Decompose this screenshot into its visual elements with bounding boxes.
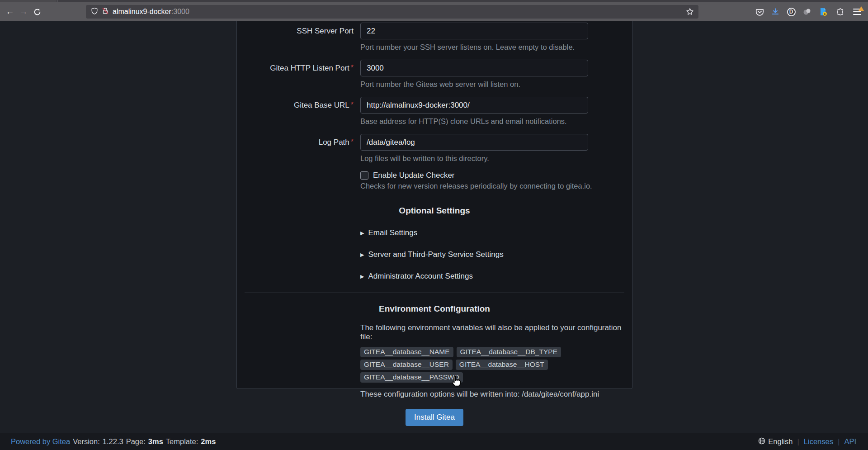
- ssh-port-label: SSH Server Port: [237, 27, 354, 36]
- url-port-text: :3000: [171, 8, 189, 16]
- env-var-badge: GITEA__database__HOST: [456, 360, 548, 370]
- language-label: English: [768, 437, 793, 446]
- base-url-input[interactable]: [360, 97, 588, 114]
- collapsible-server-settings[interactable]: ▶ Server and Third-Party Service Setting…: [360, 250, 632, 259]
- collapse-arrow-icon: ▶: [360, 274, 364, 279]
- optional-settings-heading: Optional Settings: [237, 206, 632, 216]
- update-checker-label[interactable]: Enable Update Checker: [373, 171, 455, 180]
- reload-icon: [33, 8, 41, 16]
- globe-icon: [758, 437, 765, 446]
- url-bar[interactable]: almalinux9-docker:3000: [86, 5, 698, 19]
- site-footer: Powered by Gitea Version: 1.22.3 Page: 3…: [0, 433, 868, 450]
- required-asterisk: *: [351, 138, 354, 146]
- environment-config-intro: The following environment variables will…: [360, 323, 632, 341]
- env-var-badge: GITEA__database__USER: [360, 360, 453, 370]
- extension-d-icon[interactable]: D: [784, 5, 798, 19]
- update-available-badge: [859, 6, 864, 11]
- back-icon: ←: [6, 7, 14, 17]
- api-link[interactable]: API: [844, 437, 856, 446]
- pocket-icon[interactable]: [753, 5, 766, 19]
- bookmark-star-icon[interactable]: [686, 8, 698, 16]
- collapsible-email-settings[interactable]: ▶ Email Settings: [360, 228, 632, 237]
- collapse-arrow-icon: ▶: [360, 230, 364, 236]
- extension-doc-download-icon[interactable]: [816, 5, 830, 19]
- http-port-label: Gitea HTTP Listen Port*: [237, 64, 354, 73]
- licenses-link[interactable]: Licenses: [804, 437, 833, 446]
- navigation-toolbar: ← → almalinux9-docker:30: [0, 2, 868, 21]
- forward-button[interactable]: →: [17, 5, 30, 19]
- back-button[interactable]: ←: [3, 5, 17, 19]
- base-url-label: Gitea Base URL*: [237, 101, 354, 110]
- install-gitea-button[interactable]: Install Gitea: [406, 409, 463, 426]
- base-url-help: Base address for HTTP(S) clone URLs and …: [360, 117, 632, 126]
- form-row-http-port: Gitea HTTP Listen Port*: [237, 60, 632, 76]
- http-port-help: Port number the Giteas web server will l…: [360, 80, 632, 89]
- update-checker-help: Checks for new version releases periodic…: [360, 181, 632, 190]
- env-var-badge: GITEA__database__DB_TYPE: [457, 347, 561, 357]
- template-time-label: Template:: [166, 437, 198, 446]
- environment-config-heading: Environment Configuration: [237, 304, 632, 314]
- url-host-text: almalinux9-docker: [113, 8, 171, 16]
- log-path-label: Log Path*: [237, 138, 354, 147]
- update-checker-row: Enable Update Checker: [360, 171, 632, 180]
- browser-chrome: ← → almalinux9-docker:30: [0, 0, 868, 21]
- tracking-protection-shield-icon[interactable]: [91, 7, 98, 17]
- ssh-port-help: Port number your SSH server listens on. …: [360, 43, 632, 52]
- section-divider: [245, 293, 624, 293]
- env-var-badge: GITEA__database__NAME: [360, 347, 453, 357]
- screenshot-root: ← → almalinux9-docker:30: [0, 0, 868, 450]
- collapsible-label: Administrator Account Settings: [368, 272, 473, 281]
- insecure-lock-icon[interactable]: [102, 7, 108, 16]
- extensions-puzzle-icon[interactable]: [833, 5, 847, 19]
- http-port-input[interactable]: [360, 60, 588, 76]
- log-path-input[interactable]: [360, 134, 588, 151]
- page-time-label: Page:: [126, 437, 146, 446]
- environment-variable-badges: GITEA__database__NAME GITEA__database__D…: [360, 347, 589, 383]
- required-asterisk: *: [351, 64, 354, 71]
- powered-by-gitea-link[interactable]: Powered by Gitea: [11, 437, 70, 446]
- required-asterisk: *: [351, 101, 354, 109]
- form-row-base-url: Gitea Base URL*: [237, 97, 632, 114]
- version-value: 1.22.3: [103, 437, 123, 446]
- form-row-ssh-port: SSH Server Port: [237, 23, 632, 39]
- env-var-badge: GITEA__database__PASSWD: [360, 372, 463, 383]
- footer-separator: |: [838, 437, 840, 446]
- page-viewport: SSH Server Port Port number your SSH ser…: [0, 21, 868, 433]
- forward-icon: →: [19, 7, 28, 17]
- page-time-value: 3ms: [148, 437, 163, 446]
- reload-button[interactable]: [30, 5, 44, 19]
- extension-circles-icon[interactable]: [800, 5, 814, 19]
- ssh-port-input[interactable]: [360, 23, 588, 39]
- update-checker-checkbox[interactable]: [360, 171, 368, 180]
- collapse-arrow-icon: ▶: [360, 252, 364, 258]
- language-selector[interactable]: English: [758, 437, 793, 446]
- environment-config-outro: These configuration options will be writ…: [360, 390, 632, 399]
- log-path-help: Log files will be written to this direct…: [360, 154, 632, 163]
- collapsible-label: Email Settings: [368, 228, 417, 237]
- install-form-panel: SSH Server Port Port number your SSH ser…: [236, 21, 632, 389]
- template-time-value: 2ms: [201, 437, 216, 446]
- form-row-log-path: Log Path*: [237, 134, 632, 151]
- collapsible-label: Server and Third-Party Service Settings: [368, 250, 503, 259]
- menu-hamburger-icon[interactable]: [850, 5, 864, 19]
- version-label: Version:: [73, 437, 100, 446]
- collapsible-admin-settings[interactable]: ▶ Administrator Account Settings: [360, 272, 632, 281]
- footer-separator: |: [797, 437, 799, 446]
- downloads-icon[interactable]: [769, 5, 782, 19]
